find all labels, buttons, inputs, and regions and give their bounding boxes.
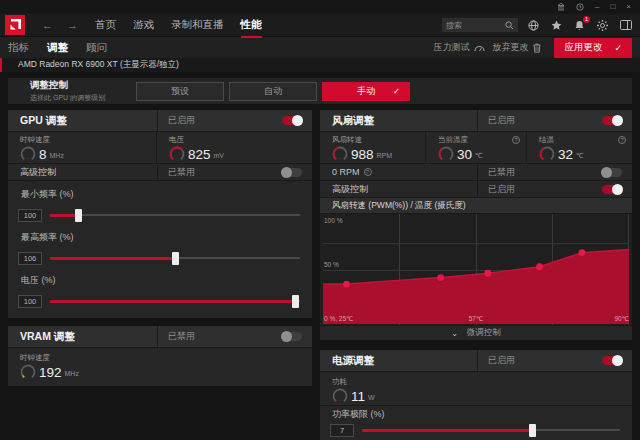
forward-arrow-icon[interactable]: → (67, 20, 78, 31)
minimize-button[interactable]: – (595, 3, 599, 11)
max-frequency-value-input[interactable]: 106 (18, 252, 42, 265)
power-tuning-title: 电源调整 (320, 350, 477, 371)
slider-thumb[interactable] (529, 424, 536, 437)
power-limit-value-input[interactable]: 7 (330, 424, 354, 437)
power-tuning-status: 已启用 (488, 354, 515, 367)
x-tick-min: 0 %, 25℃ (324, 315, 353, 323)
min-frequency-slider[interactable] (50, 209, 300, 222)
nav-item-record-stream[interactable]: 录制和直播 (171, 15, 224, 35)
vram-tuning-panel: VRAM 调整 已禁用 时钟速度 192 MHz (8, 326, 312, 386)
gpu-tuning-toggle[interactable] (282, 116, 302, 125)
tab-metrics[interactable]: 指标 (8, 38, 29, 58)
search-icon (505, 21, 514, 30)
current-temp-unit: ℃ (475, 152, 483, 160)
star-icon[interactable] (551, 20, 562, 31)
stress-test-button[interactable]: 压力测试 (433, 41, 485, 54)
fan-advanced-label: 高级控制 (320, 181, 477, 197)
current-temp-value: 30 (457, 147, 472, 162)
trash-icon (533, 43, 541, 53)
power-consumption-value: 11 (351, 389, 365, 404)
fan-tuning-status: 已启用 (488, 114, 515, 127)
fan-curve-plot[interactable] (323, 216, 629, 324)
main-navbar: ← → 首页 游戏 录制和直播 性能 1 (0, 14, 640, 36)
fine-tune-label: 微调控制 (467, 327, 501, 339)
vram-clock-label: 时钟速度 (20, 353, 312, 363)
slider-thumb[interactable] (292, 295, 299, 308)
fan-tuning-title: 风扇调整 (320, 110, 477, 131)
voltage-slider[interactable] (50, 295, 300, 308)
gpu-advanced-toggle[interactable] (282, 168, 302, 177)
gpu-clock-gauge-icon (20, 146, 36, 162)
tab-advisor[interactable]: 顾问 (86, 38, 107, 58)
junction-temp-value: 32 (558, 147, 573, 162)
stress-test-label: 压力测试 (433, 41, 469, 54)
fan-curve-point (484, 270, 491, 277)
fan-curve-point (343, 281, 350, 288)
vram-clock-unit: MHz (65, 370, 79, 377)
nav-item-performance[interactable]: 性能 (241, 15, 262, 35)
amd-logo[interactable] (5, 15, 25, 35)
voltage-percent-label: 电压 (%) (18, 274, 300, 287)
fan-curve-chart-title: 风扇转速 (PWM(%)) / 温度 (摄氏度) (320, 198, 632, 214)
power-limit-label: 功率极限 (%) (320, 406, 632, 422)
power-tuning-toggle[interactable] (602, 356, 622, 365)
y-tick-100: 100 % (324, 217, 342, 224)
slider-thumb[interactable] (75, 209, 82, 222)
apply-changes-button[interactable]: 应用更改 ✓ (554, 38, 632, 58)
layout-panel-icon[interactable] (620, 20, 632, 30)
building-icon[interactable] (557, 3, 565, 11)
check-icon: ✓ (614, 43, 622, 53)
vram-clock-gauge-icon (20, 364, 36, 380)
search-input[interactable] (446, 21, 505, 30)
gpu-clock-label: 时钟速度 (20, 135, 156, 145)
gauge-meter-icon (474, 44, 485, 52)
zero-rpm-status: 已禁用 (488, 166, 515, 179)
fan-speed-gauge-icon (332, 146, 348, 162)
gpu-advanced-label: 高级控制 (8, 164, 157, 180)
max-frequency-slider[interactable] (50, 252, 300, 265)
fan-advanced-toggle[interactable] (602, 185, 622, 194)
manual-button-label: 手动 (357, 85, 375, 98)
back-arrow-icon[interactable]: ← (42, 20, 53, 31)
fan-tuning-panel: 风扇调整 已启用 风扇转速 988 RPM (320, 110, 632, 340)
min-frequency-label: 最小频率 (%) (18, 188, 300, 201)
nav-item-home[interactable]: 首页 (95, 15, 116, 35)
junction-temp-unit: ℃ (576, 152, 584, 160)
check-icon: ✓ (393, 86, 400, 96)
x-tick-mid: 57℃ (469, 315, 484, 323)
tuning-control-row: 调整控制 选择此 GPU 的调整级别 预设 自动 手动 ✓ (8, 78, 632, 104)
help-icon[interactable]: ? (512, 136, 520, 144)
fine-tune-control-expander[interactable]: ⌄ 微调控制 (320, 326, 632, 340)
help-icon[interactable]: ? (618, 136, 626, 144)
vram-tuning-status: 已禁用 (168, 330, 195, 343)
chevron-down-icon: ⌄ (451, 329, 458, 338)
bell-icon[interactable]: 1 (574, 20, 585, 31)
tab-tuning[interactable]: 调整 (47, 38, 68, 58)
manual-button[interactable]: 手动 ✓ (322, 82, 410, 101)
voltage-slider-group: 电压 (%) 100 (8, 269, 312, 312)
maximize-button[interactable]: □ (610, 3, 615, 11)
junction-temp-gauge-icon (539, 146, 555, 162)
help-icon[interactable]: ? (364, 168, 372, 176)
vram-tuning-toggle[interactable] (282, 332, 302, 341)
voltage-value-input[interactable]: 100 (18, 295, 42, 308)
nav-item-gaming[interactable]: 游戏 (133, 15, 154, 35)
notification-badge: 1 (583, 16, 590, 23)
min-frequency-value-input[interactable]: 100 (18, 209, 42, 222)
preset-button[interactable]: 预设 (136, 82, 224, 101)
close-button[interactable]: × (626, 3, 631, 11)
fan-tuning-toggle[interactable] (602, 116, 622, 125)
power-consumption-unit: W (368, 394, 375, 401)
slider-thumb[interactable] (172, 252, 179, 265)
globe-icon[interactable] (528, 20, 539, 31)
max-frequency-slider-group: 最高频率 (%) 106 (8, 226, 312, 269)
gpu-voltage-label: 电压 (169, 135, 312, 145)
discard-changes-button[interactable]: 放弃更改 (492, 41, 541, 54)
power-limit-slider[interactable] (362, 424, 620, 437)
search-box[interactable] (442, 18, 518, 32)
gpu-tuning-title: GPU 调整 (8, 110, 157, 131)
clock-icon[interactable] (576, 3, 584, 11)
gear-icon[interactable] (597, 20, 608, 31)
zero-rpm-toggle[interactable] (602, 168, 622, 177)
auto-button[interactable]: 自动 (229, 82, 317, 101)
